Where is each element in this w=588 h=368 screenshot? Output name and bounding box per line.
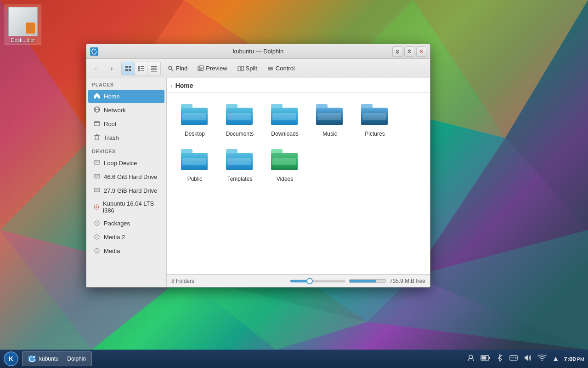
zoom-slider[interactable]: [290, 280, 345, 282]
free-space-fill: [350, 280, 377, 282]
window-title: kubuntu — Dolphin: [86, 48, 430, 55]
svg-rect-25: [138, 68, 140, 69]
root-icon: [93, 120, 101, 128]
file-label-videos: Videos: [277, 176, 293, 183]
folder-icon-desktop: [180, 104, 209, 129]
window-controls: ✕: [392, 46, 426, 57]
hdd-tray-icon[interactable]: [508, 353, 519, 365]
svg-rect-31: [151, 69, 157, 70]
svg-rect-30: [151, 68, 157, 69]
svg-rect-23: [138, 66, 140, 68]
file-item-desktop[interactable]: Desktop: [174, 100, 215, 142]
preview-button[interactable]: Preview: [193, 62, 231, 75]
file-item-templates[interactable]: Templates: [219, 145, 260, 187]
sidebar-item-home[interactable]: Home: [88, 90, 164, 103]
forward-button[interactable]: ›: [105, 62, 119, 75]
toolbar: ‹ ›: [86, 59, 430, 78]
detail-view-button[interactable]: [147, 62, 160, 75]
file-item-videos[interactable]: Videos: [264, 145, 305, 187]
svg-rect-95: [272, 158, 296, 165]
loop-device-icon: [93, 159, 101, 167]
svg-rect-21: [125, 69, 128, 71]
clock-time: 7:00: [564, 356, 576, 362]
compact-view-button[interactable]: [135, 62, 147, 75]
window-restore-button[interactable]: [404, 46, 414, 57]
svg-rect-27: [138, 70, 140, 71]
loop-label: Loop Device: [104, 160, 137, 167]
svg-line-34: [172, 69, 174, 71]
sidebar-item-loop[interactable]: Loop Device: [88, 156, 164, 170]
window-close-button[interactable]: ✕: [416, 46, 426, 57]
sidebar-item-trash[interactable]: Trash: [88, 131, 164, 144]
file-label-documents: Documents: [226, 131, 254, 138]
sidebar-item-hdd1[interactable]: 46.6 GiB Hard Drive: [88, 170, 164, 184]
sidebar-item-media[interactable]: Media: [88, 244, 164, 258]
main-content: Places Home Network: [86, 78, 430, 287]
file-grid: Desktop Documents: [167, 93, 430, 274]
zoom-slider-thumb: [306, 278, 313, 284]
title-bar: kubuntu — Dolphin ✕: [86, 44, 430, 59]
user-tray-icon[interactable]: [466, 353, 476, 365]
sidebar-item-kubuntu[interactable]: Kubuntu 16.04 LTS i386: [88, 198, 164, 216]
file-item-music[interactable]: Music: [309, 100, 351, 142]
icon-view-button[interactable]: [122, 62, 135, 75]
svg-rect-28: [141, 70, 144, 71]
free-space-text: 735.9 MiB free: [390, 278, 425, 284]
file-label-desktop: Desktop: [185, 131, 205, 138]
sidebar-item-media2[interactable]: Media 2: [88, 230, 164, 244]
svg-rect-19: [125, 66, 128, 68]
taskbar-dolphin-item[interactable]: kubuntu — Dolphin: [22, 351, 92, 366]
folder-icon-documents: [225, 104, 254, 129]
svg-rect-100: [481, 356, 486, 360]
file-item-pictures[interactable]: Pictures: [354, 100, 396, 142]
svg-rect-50: [95, 136, 99, 140]
tray-expand-icon[interactable]: ▲: [551, 354, 560, 364]
split-button[interactable]: Split: [233, 62, 261, 75]
window-minimize-button[interactable]: [392, 46, 402, 57]
folder-icon-public: [180, 149, 209, 174]
svg-rect-61: [94, 188, 100, 192]
breadcrumb-home[interactable]: Home: [175, 82, 193, 89]
svg-rect-32: [151, 71, 157, 72]
svg-rect-83: [317, 113, 341, 120]
sidebar-item-hdd2[interactable]: 27.9 GiB Hard Drive: [88, 184, 164, 197]
file-label-templates: Templates: [227, 176, 253, 183]
file-item-downloads[interactable]: Downloads: [264, 100, 305, 142]
back-button[interactable]: ‹: [89, 62, 103, 75]
file-item-public[interactable]: Public: [174, 145, 215, 187]
desktop-icon[interactable]: Desk...lder: [5, 5, 41, 45]
places-section-label: Places: [86, 78, 166, 89]
sidebar-item-packages[interactable]: Packages: [88, 217, 164, 230]
breadcrumb-arrow: ›: [170, 82, 173, 89]
battery-tray-icon[interactable]: [480, 353, 492, 365]
svg-rect-86: [362, 113, 386, 120]
find-button[interactable]: Find: [164, 62, 192, 75]
hdd2-label: 27.9 GiB Hard Drive: [104, 187, 157, 194]
file-label-downloads: Downloads: [271, 131, 298, 138]
svg-point-96: [33, 356, 35, 358]
bluetooth-tray-icon[interactable]: [495, 353, 504, 365]
kubuntu-label: Kubuntu 16.04 LTS i386: [103, 200, 160, 214]
control-button[interactable]: Control: [263, 62, 299, 75]
svg-rect-29: [151, 66, 157, 67]
hdd2-icon: [93, 186, 101, 195]
taskbar: K kubuntu — Dolphin: [0, 350, 588, 368]
file-item-documents[interactable]: Documents: [219, 100, 260, 142]
volume-tray-icon[interactable]: [523, 353, 533, 365]
svg-rect-20: [129, 66, 131, 68]
hdd1-label: 46.6 GiB Hard Drive: [104, 173, 157, 180]
sidebar: Places Home Network: [86, 78, 167, 287]
kde-start-button[interactable]: K: [4, 351, 18, 366]
sidebar-item-root[interactable]: Root: [88, 117, 164, 131]
svg-rect-41: [241, 66, 243, 71]
folder-icon-videos: [270, 149, 300, 174]
wifi-tray-icon[interactable]: [537, 353, 548, 365]
packages-label: Packages: [104, 220, 130, 227]
preview-label: Preview: [206, 65, 227, 72]
svg-point-33: [169, 66, 172, 69]
svg-rect-99: [489, 357, 490, 359]
sidebar-item-network[interactable]: Network: [88, 104, 164, 117]
content-pane: › Home: [167, 78, 430, 287]
view-mode-buttons: [121, 62, 161, 75]
svg-rect-55: [94, 161, 100, 164]
